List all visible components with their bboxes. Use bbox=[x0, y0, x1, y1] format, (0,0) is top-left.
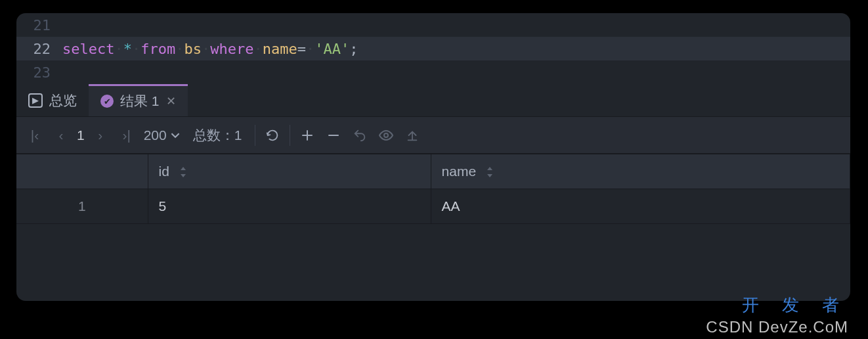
watermark-line1: 开 发 者 bbox=[742, 294, 848, 317]
line-number: 21 bbox=[16, 17, 62, 34]
first-page-button[interactable]: |‹ bbox=[22, 122, 48, 148]
refresh-icon bbox=[265, 128, 280, 143]
upload-icon bbox=[405, 128, 420, 143]
sort-icon bbox=[487, 167, 493, 177]
code-line: 21 bbox=[16, 13, 850, 37]
result-table: id name 1 5 AA bbox=[16, 154, 850, 224]
ide-panel: 21 22 select·*·from·bs·where·name=·'AA';… bbox=[16, 13, 850, 301]
commit-button[interactable] bbox=[399, 122, 425, 148]
tab-label: 总览 bbox=[49, 91, 77, 110]
row-number: 1 bbox=[16, 189, 148, 224]
sql-editor[interactable]: 21 22 select·*·from·bs·where·name=·'AA';… bbox=[16, 13, 850, 84]
close-icon[interactable]: ✕ bbox=[166, 94, 176, 108]
line-number: 23 bbox=[16, 64, 62, 81]
tab-overview[interactable]: ▶ 总览 bbox=[16, 84, 89, 116]
row-number-header bbox=[16, 154, 148, 189]
tab-result-1[interactable]: ✔ 结果 1 ✕ bbox=[89, 84, 188, 116]
table-header-row: id name bbox=[16, 154, 850, 189]
minus-icon bbox=[327, 129, 340, 142]
add-row-button[interactable] bbox=[294, 122, 320, 148]
cell-id[interactable]: 5 bbox=[148, 189, 431, 224]
next-page-button[interactable]: › bbox=[87, 122, 114, 148]
line-number: 22 bbox=[16, 41, 62, 57]
undo-icon bbox=[353, 128, 367, 143]
delete-row-button[interactable] bbox=[320, 122, 347, 148]
eye-icon bbox=[378, 127, 394, 143]
result-toolbar: |‹ ‹ 1 › ›| 200 总数：1 bbox=[16, 117, 850, 154]
code-content: select·*·from·bs·where·name=·'AA'; bbox=[62, 41, 358, 57]
page-size-select[interactable]: 200 bbox=[140, 127, 184, 143]
result-tabs: ▶ 总览 ✔ 结果 1 ✕ bbox=[16, 84, 850, 117]
refresh-button[interactable] bbox=[259, 122, 286, 148]
page-size-value: 200 bbox=[144, 127, 167, 143]
undo-button[interactable] bbox=[347, 122, 373, 148]
preview-button[interactable] bbox=[373, 122, 399, 148]
page-number: 1 bbox=[74, 127, 87, 143]
cell-name[interactable]: AA bbox=[431, 189, 850, 224]
table-row[interactable]: 1 5 AA bbox=[16, 189, 850, 224]
watermark-line2: CSDN DevZe.CoM bbox=[706, 318, 848, 336]
last-page-button[interactable]: ›| bbox=[114, 122, 140, 148]
tab-label: 结果 1 bbox=[120, 92, 160, 110]
svg-point-0 bbox=[384, 133, 388, 137]
prev-page-button[interactable]: ‹ bbox=[48, 122, 74, 148]
column-header-id[interactable]: id bbox=[148, 154, 431, 189]
column-header-name[interactable]: name bbox=[431, 154, 850, 189]
sort-icon bbox=[180, 167, 186, 177]
overview-icon: ▶ bbox=[28, 93, 43, 108]
divider bbox=[255, 125, 255, 146]
code-line: 23 bbox=[16, 60, 850, 84]
total-count: 总数：1 bbox=[184, 126, 251, 145]
plus-icon bbox=[301, 129, 314, 142]
divider bbox=[290, 125, 290, 146]
code-line: 22 select·*·from·bs·where·name=·'AA'; bbox=[16, 37, 850, 60]
chevron-down-icon bbox=[171, 131, 180, 140]
check-icon: ✔ bbox=[100, 95, 114, 108]
